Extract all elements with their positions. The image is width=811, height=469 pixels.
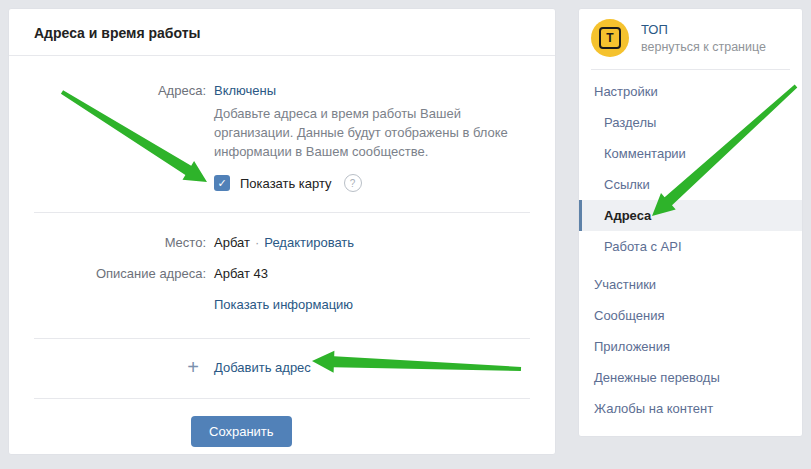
community-avatar[interactable]: Т — [591, 19, 629, 57]
save-row: Сохранить — [9, 416, 555, 447]
divider — [34, 212, 530, 213]
divider — [34, 338, 530, 339]
help-icon[interactable]: ? — [344, 174, 362, 192]
sidebar-item-api[interactable]: Работа с API — [579, 231, 802, 262]
address-desc-row: Описание адреса: Арбат 43 — [9, 265, 555, 283]
place-value-wrap: Арбат·Редактировать — [214, 234, 354, 252]
show-info-row: Показать информацию — [9, 296, 555, 314]
place-row: Место: Арбат·Редактировать — [9, 234, 555, 252]
community-header: Т ТОП вернуться к странице — [579, 9, 802, 67]
address-status-label: Адреса: — [34, 82, 206, 100]
sidebar-item-sections[interactable]: Разделы — [579, 107, 802, 138]
settings-menu: Настройки Разделы Комментарии Ссылки Адр… — [579, 76, 802, 424]
address-desc-label: Описание адреса: — [34, 265, 206, 283]
add-address-row[interactable]: + Добавить адрес — [9, 358, 555, 376]
edit-place-link[interactable]: Редактировать — [264, 235, 354, 250]
sidebar-item-members[interactable]: Участники — [579, 269, 802, 300]
page-root: { "main": { "title": "Адреса и время раб… — [0, 0, 811, 469]
sidebar-item-apps[interactable]: Приложения — [579, 331, 802, 362]
sidebar-item-money-transfers[interactable]: Денежные переводы — [579, 362, 802, 393]
sidebar-item-comments[interactable]: Комментарии — [579, 138, 802, 169]
avatar-letter: Т — [599, 27, 621, 49]
show-info-link[interactable]: Показать информацию — [214, 296, 353, 314]
address-description-text: Добавьте адреса и время работы Вашей орг… — [214, 104, 530, 161]
place-label: Место: — [34, 234, 206, 252]
community-sidebar: Т ТОП вернуться к странице Настройки Раз… — [578, 8, 803, 437]
sidebar-item-settings[interactable]: Настройки — [579, 76, 802, 107]
save-button[interactable]: Сохранить — [191, 416, 292, 447]
show-map-row: ✓ Показать карту ? — [9, 174, 555, 192]
addresses-settings-panel: Адреса и время работы Адреса: Включены Д… — [8, 8, 556, 455]
plus-icon[interactable]: + — [184, 358, 202, 376]
sidebar-item-addresses[interactable]: Адреса — [579, 200, 802, 231]
place-value: Арбат — [214, 235, 250, 250]
sidebar-item-links[interactable]: Ссылки — [579, 169, 802, 200]
page-title: Адреса и время работы — [9, 9, 555, 56]
show-map-label[interactable]: Показать карту — [240, 176, 332, 191]
check-icon: ✓ — [217, 178, 226, 189]
address-desc-value: Арбат 43 — [214, 265, 268, 283]
add-address-link[interactable]: Добавить адрес — [214, 360, 311, 375]
community-name-link[interactable]: ТОП — [641, 22, 766, 38]
sidebar-item-content-reports[interactable]: Жалобы на контент — [579, 393, 802, 424]
community-header-text: ТОП вернуться к странице — [641, 22, 766, 55]
dot-separator: · — [255, 235, 259, 250]
address-status-value-link[interactable]: Включены — [214, 82, 276, 100]
address-description-row: Добавьте адреса и время работы Вашей орг… — [9, 104, 555, 161]
divider — [34, 398, 530, 399]
sidebar-item-messages[interactable]: Сообщения — [579, 300, 802, 331]
show-map-checkbox[interactable]: ✓ — [214, 175, 230, 191]
divider — [591, 69, 790, 70]
back-to-page-link[interactable]: вернуться к странице — [641, 39, 766, 55]
address-status-row: Адреса: Включены — [9, 82, 555, 100]
